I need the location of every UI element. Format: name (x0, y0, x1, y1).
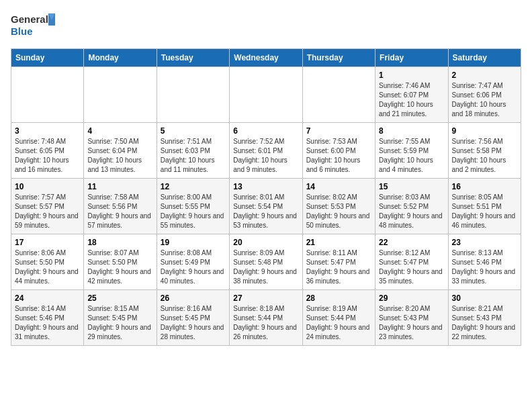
page-header: General Blue (11, 11, 521, 40)
calendar-cell: 1Sunrise: 7:46 AM Sunset: 6:07 PM Daylig… (375, 67, 448, 123)
day-info: Sunrise: 7:52 AM Sunset: 6:01 PM Dayligh… (233, 137, 298, 175)
calendar-cell: 21Sunrise: 8:11 AM Sunset: 5:47 PM Dayli… (302, 234, 375, 290)
calendar-cell (230, 67, 302, 123)
day-number: 20 (233, 238, 298, 247)
day-number: 17 (15, 238, 80, 247)
weekday-header-saturday: Saturday (448, 49, 521, 67)
day-number: 5 (161, 126, 226, 136)
calendar-cell: 8Sunrise: 7:55 AM Sunset: 5:59 PM Daylig… (375, 123, 448, 179)
day-info: Sunrise: 7:56 AM Sunset: 5:58 PM Dayligh… (452, 137, 517, 175)
day-number: 1 (379, 71, 444, 80)
day-number: 14 (306, 182, 371, 191)
calendar-cell: 15Sunrise: 8:03 AM Sunset: 5:52 PM Dayli… (375, 179, 448, 234)
day-number: 10 (15, 182, 80, 191)
day-number: 30 (452, 293, 517, 303)
calendar-week-row: 24Sunrise: 8:14 AM Sunset: 5:46 PM Dayli… (11, 290, 521, 346)
weekday-header-wednesday: Wednesday (230, 49, 302, 67)
day-info: Sunrise: 8:03 AM Sunset: 5:52 PM Dayligh… (379, 193, 444, 230)
calendar-cell: 20Sunrise: 8:09 AM Sunset: 5:48 PM Dayli… (230, 234, 302, 290)
calendar-cell: 6Sunrise: 7:52 AM Sunset: 6:01 PM Daylig… (230, 123, 302, 179)
calendar-week-row: 10Sunrise: 7:57 AM Sunset: 5:57 PM Dayli… (11, 179, 521, 234)
day-info: Sunrise: 7:53 AM Sunset: 6:00 PM Dayligh… (306, 137, 371, 175)
calendar-cell (11, 67, 84, 123)
calendar-header-row: SundayMondayTuesdayWednesdayThursdayFrid… (11, 49, 521, 67)
day-info: Sunrise: 8:21 AM Sunset: 5:43 PM Dayligh… (452, 304, 517, 342)
day-info: Sunrise: 7:50 AM Sunset: 6:04 PM Dayligh… (87, 137, 152, 175)
day-info: Sunrise: 8:05 AM Sunset: 5:51 PM Dayligh… (452, 193, 517, 230)
calendar-cell: 27Sunrise: 8:18 AM Sunset: 5:44 PM Dayli… (230, 290, 302, 346)
calendar-cell: 9Sunrise: 7:56 AM Sunset: 5:58 PM Daylig… (448, 123, 521, 179)
calendar-cell: 26Sunrise: 8:16 AM Sunset: 5:45 PM Dayli… (157, 290, 229, 346)
day-number: 2 (452, 71, 517, 80)
day-info: Sunrise: 7:57 AM Sunset: 5:57 PM Dayligh… (15, 193, 80, 230)
calendar-cell: 10Sunrise: 7:57 AM Sunset: 5:57 PM Dayli… (11, 179, 84, 234)
logo-svg: General Blue (11, 11, 58, 40)
calendar-cell: 11Sunrise: 7:58 AM Sunset: 5:56 PM Dayli… (84, 179, 157, 234)
day-info: Sunrise: 8:20 AM Sunset: 5:43 PM Dayligh… (379, 304, 444, 342)
calendar-cell: 16Sunrise: 8:05 AM Sunset: 5:51 PM Dayli… (448, 179, 521, 234)
day-number: 25 (87, 293, 152, 303)
day-number: 16 (452, 182, 517, 191)
calendar-cell: 7Sunrise: 7:53 AM Sunset: 6:00 PM Daylig… (302, 123, 375, 179)
calendar-cell: 22Sunrise: 8:12 AM Sunset: 5:47 PM Dayli… (375, 234, 448, 290)
calendar-cell: 3Sunrise: 7:48 AM Sunset: 6:05 PM Daylig… (11, 123, 84, 179)
day-number: 13 (233, 182, 298, 191)
weekday-header-thursday: Thursday (302, 49, 375, 67)
calendar-week-row: 3Sunrise: 7:48 AM Sunset: 6:05 PM Daylig… (11, 123, 521, 179)
calendar-cell: 25Sunrise: 8:15 AM Sunset: 5:45 PM Dayli… (84, 290, 157, 346)
calendar-cell (84, 67, 157, 123)
day-info: Sunrise: 8:00 AM Sunset: 5:55 PM Dayligh… (161, 193, 226, 230)
logo: General Blue (11, 11, 58, 40)
svg-text:Blue: Blue (11, 26, 33, 37)
day-info: Sunrise: 8:11 AM Sunset: 5:47 PM Dayligh… (306, 248, 371, 286)
day-number: 9 (452, 126, 517, 136)
day-info: Sunrise: 8:01 AM Sunset: 5:54 PM Dayligh… (233, 193, 298, 230)
day-info: Sunrise: 8:15 AM Sunset: 5:45 PM Dayligh… (87, 304, 152, 342)
day-number: 28 (306, 293, 371, 303)
day-info: Sunrise: 8:18 AM Sunset: 5:44 PM Dayligh… (233, 304, 298, 342)
weekday-header-monday: Monday (84, 49, 157, 67)
svg-text:General: General (11, 13, 48, 25)
calendar-cell (157, 67, 229, 123)
calendar-cell: 19Sunrise: 8:08 AM Sunset: 5:49 PM Dayli… (157, 234, 229, 290)
day-number: 18 (87, 238, 152, 247)
day-number: 11 (87, 182, 152, 191)
day-info: Sunrise: 7:47 AM Sunset: 6:06 PM Dayligh… (452, 81, 517, 119)
calendar-cell: 18Sunrise: 8:07 AM Sunset: 5:50 PM Dayli… (84, 234, 157, 290)
day-number: 26 (161, 293, 226, 303)
day-number: 29 (379, 293, 444, 303)
calendar-week-row: 17Sunrise: 8:06 AM Sunset: 5:50 PM Dayli… (11, 234, 521, 290)
day-number: 8 (379, 126, 444, 136)
calendar-cell: 13Sunrise: 8:01 AM Sunset: 5:54 PM Dayli… (230, 179, 302, 234)
day-info: Sunrise: 8:08 AM Sunset: 5:49 PM Dayligh… (161, 248, 226, 286)
day-number: 21 (306, 238, 371, 247)
day-number: 4 (87, 126, 152, 136)
day-number: 22 (379, 238, 444, 247)
day-number: 6 (233, 126, 298, 136)
day-info: Sunrise: 7:55 AM Sunset: 5:59 PM Dayligh… (379, 137, 444, 175)
day-info: Sunrise: 7:48 AM Sunset: 6:05 PM Dayligh… (15, 137, 80, 175)
calendar-cell: 29Sunrise: 8:20 AM Sunset: 5:43 PM Dayli… (375, 290, 448, 346)
calendar-cell: 5Sunrise: 7:51 AM Sunset: 6:03 PM Daylig… (157, 123, 229, 179)
day-number: 15 (379, 182, 444, 191)
calendar-cell (302, 67, 375, 123)
calendar-cell: 24Sunrise: 8:14 AM Sunset: 5:46 PM Dayli… (11, 290, 84, 346)
calendar-cell: 23Sunrise: 8:13 AM Sunset: 5:46 PM Dayli… (448, 234, 521, 290)
day-info: Sunrise: 8:16 AM Sunset: 5:45 PM Dayligh… (161, 304, 226, 342)
day-info: Sunrise: 8:14 AM Sunset: 5:46 PM Dayligh… (15, 304, 80, 342)
day-info: Sunrise: 8:19 AM Sunset: 5:44 PM Dayligh… (306, 304, 371, 342)
day-number: 27 (233, 293, 298, 303)
calendar-cell: 17Sunrise: 8:06 AM Sunset: 5:50 PM Dayli… (11, 234, 84, 290)
calendar-week-row: 1Sunrise: 7:46 AM Sunset: 6:07 PM Daylig… (11, 67, 521, 123)
day-number: 19 (161, 238, 226, 247)
day-number: 24 (15, 293, 80, 303)
day-info: Sunrise: 8:12 AM Sunset: 5:47 PM Dayligh… (379, 248, 444, 286)
day-number: 12 (161, 182, 226, 191)
day-info: Sunrise: 7:46 AM Sunset: 6:07 PM Dayligh… (379, 81, 444, 119)
day-info: Sunrise: 7:51 AM Sunset: 6:03 PM Dayligh… (161, 137, 226, 175)
calendar-cell: 14Sunrise: 8:02 AM Sunset: 5:53 PM Dayli… (302, 179, 375, 234)
day-info: Sunrise: 8:13 AM Sunset: 5:46 PM Dayligh… (452, 248, 517, 286)
day-number: 23 (452, 238, 517, 247)
weekday-header-sunday: Sunday (11, 49, 84, 67)
calendar-cell: 12Sunrise: 8:00 AM Sunset: 5:55 PM Dayli… (157, 179, 229, 234)
